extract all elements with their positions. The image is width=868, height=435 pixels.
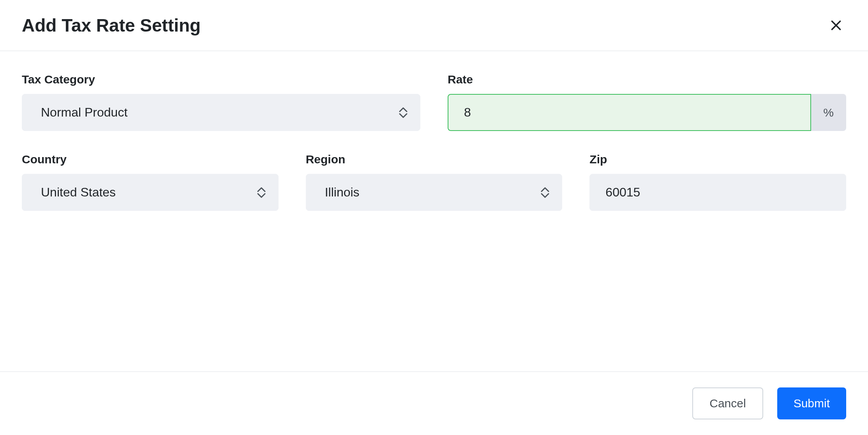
rate-group: Rate % [448, 73, 846, 131]
country-select[interactable]: United States [22, 174, 279, 211]
add-tax-rate-modal: Add Tax Rate Setting Tax Category Normal… [0, 0, 868, 435]
rate-suffix: % [811, 94, 846, 131]
cancel-button[interactable]: Cancel [692, 387, 763, 419]
select-arrows-icon [257, 187, 266, 198]
form-row-1: Tax Category Normal Product Rate % [22, 73, 846, 131]
rate-input[interactable] [448, 94, 811, 131]
zip-input[interactable] [589, 174, 846, 211]
modal-body: Tax Category Normal Product Rate % [0, 51, 868, 371]
close-button[interactable] [826, 15, 846, 35]
zip-label: Zip [589, 153, 846, 166]
rate-input-group: % [448, 94, 846, 131]
modal-title: Add Tax Rate Setting [22, 15, 201, 36]
tax-category-value: Normal Product [41, 105, 127, 120]
tax-category-label: Tax Category [22, 73, 420, 86]
modal-footer: Cancel Submit [0, 371, 868, 435]
tax-category-group: Tax Category Normal Product [22, 73, 420, 131]
zip-group: Zip [589, 153, 846, 211]
country-group: Country United States [22, 153, 279, 211]
select-arrows-icon [399, 107, 408, 118]
modal-header: Add Tax Rate Setting [0, 0, 868, 51]
region-label: Region [306, 153, 563, 166]
region-select[interactable]: Illinois [306, 174, 563, 211]
submit-button[interactable]: Submit [777, 387, 846, 419]
country-value: United States [41, 185, 116, 200]
country-label: Country [22, 153, 279, 166]
region-group: Region Illinois [306, 153, 563, 211]
form-row-2: Country United States Region Illinois [22, 153, 846, 211]
close-icon [829, 18, 843, 32]
select-arrows-icon [541, 187, 549, 198]
tax-category-select[interactable]: Normal Product [22, 94, 420, 131]
region-value: Illinois [325, 185, 360, 200]
rate-label: Rate [448, 73, 846, 86]
